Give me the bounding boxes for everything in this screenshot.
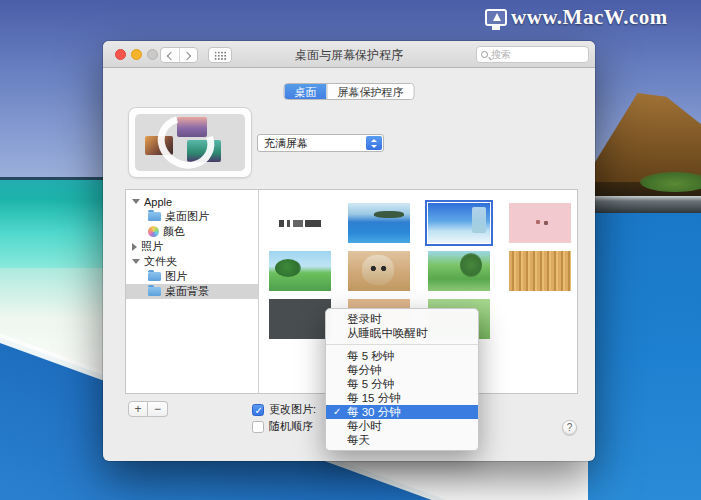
sidebar-item-apple[interactable]: Apple (126, 194, 258, 209)
sidebar-item-photos[interactable]: 照片 (126, 239, 258, 254)
menu-item-label: 每 30 分钟 (347, 406, 401, 418)
fill-mode-select[interactable]: 充满屏幕 (257, 134, 384, 152)
sidebar: Apple 桌面图片 颜色 照片 文件夹 (126, 190, 259, 393)
thumbnail-bamboo[interactable] (509, 251, 571, 291)
sidebar-item-desktop-backgrounds[interactable]: 桌面背景 (126, 284, 258, 299)
search-field[interactable] (476, 46, 589, 63)
add-remove-controls: + − (128, 401, 168, 417)
change-picture-checkbox[interactable]: ✓ (252, 404, 264, 416)
menu-item-every-minute[interactable]: 每分钟 (326, 363, 478, 377)
tab-screensaver[interactable]: 屏幕保护程序 (327, 84, 414, 99)
titlebar[interactable]: 桌面与屏幕保护程序 (103, 41, 595, 68)
search-input[interactable] (491, 49, 576, 60)
menu-item-at-login[interactable]: 登录时 (326, 312, 478, 326)
sidebar-item-label: Apple (144, 196, 172, 208)
sidebar-item-label: 图片 (165, 269, 187, 284)
tab-bar: 桌面 屏幕保护程序 (284, 83, 415, 100)
sidebar-item-folders[interactable]: 文件夹 (126, 254, 258, 269)
disclosure-down-icon[interactable] (132, 259, 140, 264)
desktop: www.MacW.com 桌面与屏幕保护程序 桌面 屏幕保护程序 (0, 0, 701, 500)
thumbnail-blue-beach-selected[interactable] (428, 203, 490, 243)
stepper-icon (366, 136, 382, 150)
sidebar-item-desktop-pictures[interactable]: 桌面图片 (126, 209, 258, 224)
color-wheel-icon (148, 226, 159, 237)
menu-separator (326, 344, 478, 345)
menu-item-every-15-minutes[interactable]: 每 15 分钟 (326, 391, 478, 405)
sidebar-item-label: 文件夹 (144, 254, 177, 269)
random-order-checkbox[interactable] (252, 421, 264, 433)
wallpaper-vegetation (640, 172, 701, 192)
thumbnail-white-text-logos[interactable] (269, 203, 331, 243)
search-icon (481, 51, 488, 58)
remove-folder-button[interactable]: − (148, 401, 168, 417)
watermark-text: www.MacW.com (511, 5, 668, 30)
menu-item-every-hour[interactable]: 每小时 (326, 419, 478, 433)
sidebar-item-label: 颜色 (163, 224, 185, 239)
thumbnail-tropical-pool[interactable] (348, 203, 410, 243)
folder-icon (148, 212, 161, 221)
thumbnail-cat-photo[interactable] (348, 251, 410, 291)
checkmark-icon: ✓ (255, 405, 263, 417)
thumbnail-green-field[interactable] (269, 251, 331, 291)
thumbnail-dark-gray[interactable] (269, 299, 331, 339)
change-picture-label: 更改图片: (269, 402, 316, 417)
menu-item-every-5-seconds[interactable]: 每 5 秒钟 (326, 349, 478, 363)
fill-mode-value: 充满屏幕 (264, 136, 308, 151)
folder-icon (148, 272, 161, 281)
sidebar-item-pictures[interactable]: 图片 (126, 269, 258, 284)
help-button[interactable]: ? (562, 420, 577, 435)
rotation-preview-inner (135, 114, 245, 171)
wallpaper-ocean (588, 213, 701, 500)
random-order-row: 随机顺序 (252, 419, 313, 434)
menu-item-wake-from-sleep[interactable]: 从睡眠中唤醒时 (326, 326, 478, 340)
rotation-preview (128, 107, 252, 178)
menu-item-every-30-minutes[interactable]: ✓ 每 30 分钟 (326, 405, 478, 419)
disclosure-down-icon[interactable] (132, 199, 140, 204)
interval-popup-menu: 登录时 从睡眠中唤醒时 每 5 秒钟 每分钟 每 5 分钟 每 15 分钟 ✓ … (325, 308, 479, 451)
rotation-arrows-icon (148, 105, 224, 178)
add-folder-button[interactable]: + (128, 401, 148, 417)
watermark: www.MacW.com (485, 4, 668, 30)
checkmark-icon: ✓ (333, 405, 341, 419)
tab-desktop[interactable]: 桌面 (285, 84, 327, 99)
random-order-label: 随机顺序 (269, 419, 313, 434)
sidebar-item-label: 照片 (141, 239, 163, 254)
disclosure-right-icon[interactable] (132, 243, 137, 251)
sidebar-item-label: 桌面图片 (165, 209, 209, 224)
thumbnail-pink-pattern[interactable] (509, 203, 571, 243)
thumbnail-forest[interactable] (428, 251, 490, 291)
folder-icon (148, 287, 161, 296)
menu-item-every-5-minutes[interactable]: 每 5 分钟 (326, 377, 478, 391)
sidebar-item-colors[interactable]: 颜色 (126, 224, 258, 239)
monitor-sailboat-icon (485, 9, 507, 26)
sidebar-item-label: 桌面背景 (165, 284, 209, 299)
wallpaper-pier (588, 196, 701, 213)
menu-item-every-day[interactable]: 每天 (326, 433, 478, 447)
change-picture-row: ✓ 更改图片: (252, 402, 316, 417)
